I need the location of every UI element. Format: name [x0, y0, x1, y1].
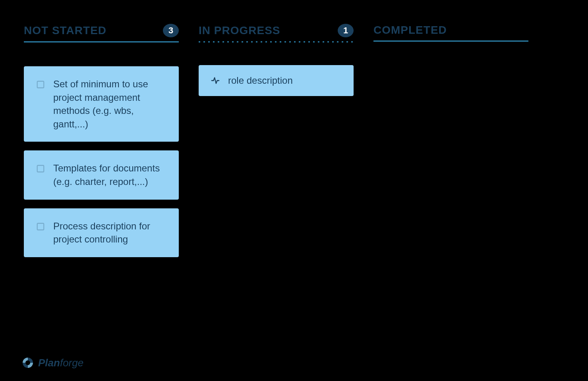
cards-in-progress: role description [199, 65, 354, 96]
column-header-completed: COMPLETED [373, 24, 528, 42]
count-badge: 3 [163, 24, 179, 37]
column-not-started: NOT STARTED 3 Set of minimum to use proj… [24, 24, 179, 257]
card-text: Templates for documents (e.g. charter, r… [53, 162, 168, 188]
brand-logo: Planforge [21, 356, 83, 369]
column-title: COMPLETED [373, 24, 447, 37]
card[interactable]: Process description for project controll… [24, 208, 179, 257]
card[interactable]: Set of minimum to use project management… [24, 66, 179, 142]
count-badge: 1 [338, 24, 354, 37]
card-icon [35, 79, 46, 90]
card-icon [35, 221, 46, 232]
column-in-progress: IN PROGRESS 1 role description [199, 24, 354, 257]
card[interactable]: Templates for documents (e.g. charter, r… [24, 150, 179, 199]
card-text: role description [228, 74, 293, 87]
card-text: Set of minimum to use project management… [53, 77, 168, 131]
activity-icon [210, 75, 221, 86]
logo-text: Planforge [38, 357, 83, 369]
column-title: NOT STARTED [24, 24, 106, 37]
kanban-board: NOT STARTED 3 Set of minimum to use proj… [24, 24, 564, 257]
column-header-not-started: NOT STARTED 3 [24, 24, 179, 42]
column-title: IN PROGRESS [199, 24, 280, 37]
logo-icon [21, 356, 34, 369]
card-icon [35, 163, 46, 174]
column-completed: COMPLETED [373, 24, 528, 257]
svg-rect-1 [37, 165, 44, 172]
card-text: Process description for project controll… [53, 219, 168, 246]
card[interactable]: role description [199, 65, 354, 96]
column-header-in-progress: IN PROGRESS 1 [199, 24, 354, 41]
svg-rect-2 [37, 223, 44, 230]
svg-rect-0 [37, 81, 44, 88]
cards-not-started: Set of minimum to use project management… [24, 66, 179, 257]
